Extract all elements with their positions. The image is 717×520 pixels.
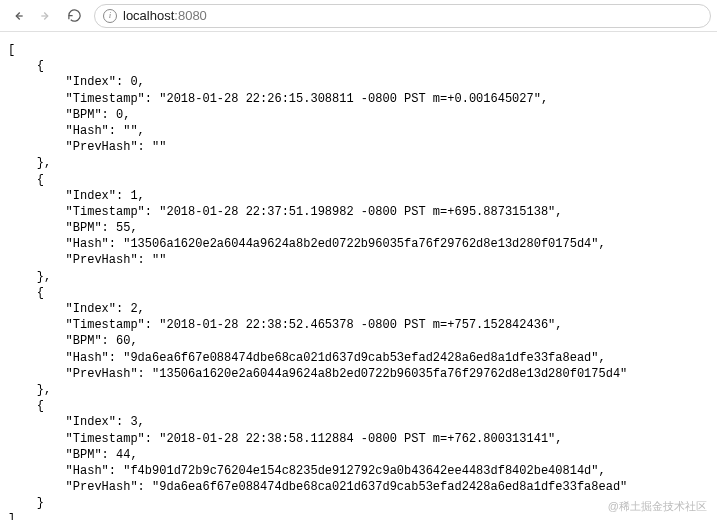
arrow-left-icon bbox=[11, 9, 25, 23]
info-icon[interactable]: i bbox=[103, 9, 117, 23]
url-host: localhost bbox=[123, 8, 174, 23]
browser-toolbar: i localhost:8080 bbox=[0, 0, 717, 32]
reload-icon bbox=[67, 8, 82, 23]
forward-button[interactable] bbox=[34, 4, 58, 28]
back-button[interactable] bbox=[6, 4, 30, 28]
url-port: :8080 bbox=[174, 8, 207, 23]
reload-button[interactable] bbox=[62, 4, 86, 28]
response-body: [ { "Index": 0, "Timestamp": "2018-01-28… bbox=[0, 32, 717, 520]
address-bar[interactable]: i localhost:8080 bbox=[94, 4, 711, 28]
watermark: @稀土掘金技术社区 bbox=[608, 499, 707, 514]
arrow-right-icon bbox=[39, 9, 53, 23]
url-display: localhost:8080 bbox=[123, 8, 207, 23]
